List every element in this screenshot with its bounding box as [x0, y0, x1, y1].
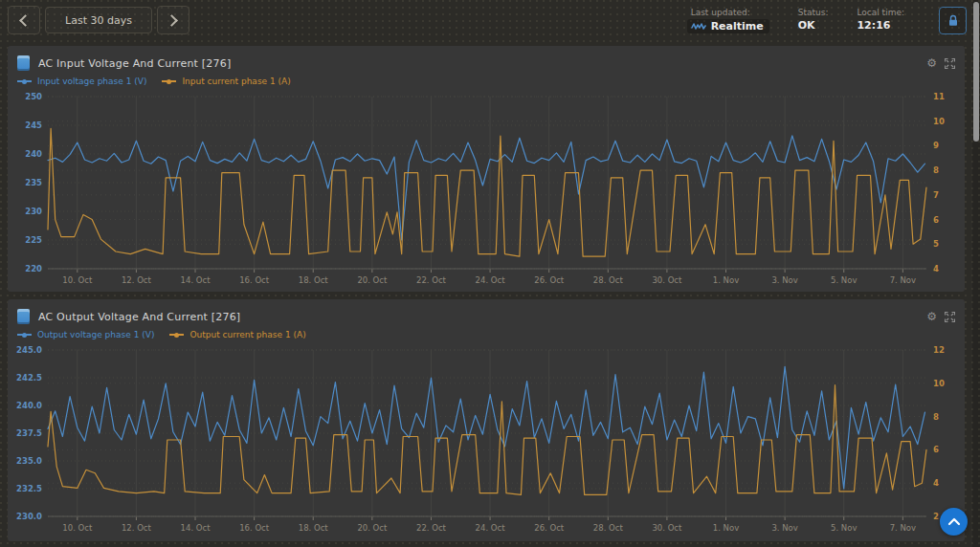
scrollbar-thumb[interactable] — [973, 2, 979, 142]
date-range-label: Last 30 days — [65, 14, 132, 27]
realtime-badge: Realtime — [687, 19, 769, 33]
chart-title: AC Output Voltage And Current [276] — [38, 311, 240, 323]
svg-text:16. Oct: 16. Oct — [239, 523, 270, 533]
svg-text:10: 10 — [933, 379, 945, 388]
svg-text:8: 8 — [933, 165, 939, 175]
fullscreen-expand-icon[interactable] — [945, 312, 955, 322]
svg-text:22. Oct: 22. Oct — [416, 275, 447, 285]
svg-text:1. Nov: 1. Nov — [713, 275, 739, 285]
svg-text:20. Oct: 20. Oct — [357, 523, 388, 533]
svg-text:28. Oct: 28. Oct — [593, 523, 624, 533]
svg-text:3. Nov: 3. Nov — [771, 523, 797, 533]
fullscreen-expand-icon[interactable] — [945, 58, 955, 69]
lock-button[interactable] — [939, 7, 967, 34]
svg-text:230.0: 230.0 — [16, 512, 42, 521]
local-time-value: 12:16 — [857, 19, 904, 32]
svg-text:14. Oct: 14. Oct — [181, 523, 212, 533]
last-updated-value: Realtime — [711, 20, 764, 33]
legend-marker — [17, 80, 32, 82]
svg-text:12. Oct: 12. Oct — [122, 275, 152, 285]
status-label: Status: — [798, 8, 829, 17]
legend-label: Output voltage phase 1 (V) — [37, 330, 154, 339]
legend-marker — [17, 334, 32, 336]
local-time-label: Local time: — [857, 8, 904, 17]
svg-text:1. Nov: 1. Nov — [713, 523, 739, 533]
scroll-to-top-button[interactable] — [940, 508, 968, 536]
svg-text:220: 220 — [25, 264, 42, 274]
svg-text:11: 11 — [933, 92, 945, 101]
svg-text:2: 2 — [933, 512, 939, 521]
legend-item-voltage[interactable]: Input voltage phase 1 (V) — [17, 77, 146, 86]
next-period-button[interactable] — [157, 6, 189, 34]
svg-text:230: 230 — [25, 207, 42, 216]
chart-settings-gear-icon[interactable]: ⚙ — [926, 57, 937, 69]
svg-text:26. Oct: 26. Oct — [534, 275, 565, 285]
legend-label: Input current phase 1 (A) — [182, 77, 290, 86]
local-time-block: Local time: 12:16 — [857, 8, 904, 32]
svg-text:6: 6 — [933, 445, 939, 454]
svg-text:8: 8 — [933, 412, 939, 422]
date-range-dropdown[interactable]: Last 30 days — [45, 7, 152, 33]
svg-text:235: 235 — [25, 178, 42, 187]
ac-output-chart[interactable]: 10. Oct12. Oct14. Oct16. Oct18. Oct20. O… — [15, 342, 957, 539]
svg-text:237.5: 237.5 — [16, 428, 42, 438]
svg-text:4: 4 — [933, 264, 939, 274]
device-icon — [17, 55, 30, 71]
scrollbar-track[interactable] — [972, 0, 980, 547]
svg-text:4: 4 — [933, 478, 939, 488]
svg-text:245.0: 245.0 — [16, 345, 42, 355]
svg-text:18. Oct: 18. Oct — [299, 275, 329, 285]
svg-text:16. Oct: 16. Oct — [239, 275, 270, 285]
svg-text:225: 225 — [25, 235, 42, 245]
chart-panel-ac-input: AC Input Voltage And Current [276] ⚙ Inp… — [8, 46, 965, 292]
svg-text:235.0: 235.0 — [16, 456, 42, 466]
svg-text:7. Nov: 7. Nov — [890, 275, 916, 285]
svg-text:10: 10 — [933, 117, 945, 126]
lock-icon — [947, 14, 959, 27]
svg-text:6: 6 — [933, 215, 939, 225]
top-bar: Last 30 days Last updated: Realtime Stat… — [0, 0, 980, 40]
legend-marker — [162, 80, 176, 82]
svg-text:250: 250 — [25, 92, 42, 101]
svg-text:30. Oct: 30. Oct — [652, 523, 682, 533]
svg-text:10. Oct: 10. Oct — [62, 275, 93, 285]
svg-text:26. Oct: 26. Oct — [534, 523, 565, 533]
svg-text:28. Oct: 28. Oct — [593, 275, 624, 285]
svg-text:18. Oct: 18. Oct — [299, 523, 329, 533]
last-updated-label: Last updated: — [691, 8, 769, 17]
svg-text:14. Oct: 14. Oct — [181, 275, 212, 285]
svg-text:22. Oct: 22. Oct — [416, 523, 447, 533]
svg-text:10. Oct: 10. Oct — [62, 523, 93, 533]
svg-text:5. Nov: 5. Nov — [831, 523, 857, 533]
status-info-group: Last updated: Realtime Status: OK Local … — [691, 8, 904, 33]
chevron-up-icon — [947, 517, 961, 526]
svg-text:20. Oct: 20. Oct — [357, 275, 388, 285]
legend-item-voltage[interactable]: Output voltage phase 1 (V) — [17, 330, 154, 339]
svg-text:24. Oct: 24. Oct — [476, 275, 506, 285]
svg-text:12: 12 — [933, 345, 945, 355]
legend-item-current[interactable]: Input current phase 1 (A) — [162, 77, 290, 86]
svg-text:12. Oct: 12. Oct — [122, 523, 152, 533]
legend: Input voltage phase 1 (V) Input current … — [15, 73, 957, 89]
svg-text:232.5: 232.5 — [16, 484, 42, 493]
svg-text:9: 9 — [933, 141, 939, 150]
svg-text:240: 240 — [25, 149, 42, 159]
waveform-icon — [691, 22, 706, 31]
svg-text:5. Nov: 5. Nov — [831, 275, 857, 285]
chart-panel-ac-output: AC Output Voltage And Current [276] ⚙ Ou… — [8, 299, 965, 541]
legend-marker — [169, 334, 184, 336]
previous-period-button[interactable] — [8, 6, 40, 34]
svg-text:245: 245 — [25, 120, 42, 130]
chart-settings-gear-icon[interactable]: ⚙ — [926, 311, 937, 322]
device-icon — [17, 309, 30, 324]
last-updated-block: Last updated: Realtime — [691, 8, 769, 33]
svg-text:24. Oct: 24. Oct — [476, 523, 506, 533]
legend-item-current[interactable]: Output current phase 1 (A) — [169, 330, 305, 339]
ac-input-chart[interactable]: 10. Oct12. Oct14. Oct16. Oct18. Oct20. O… — [15, 89, 957, 292]
svg-text:30. Oct: 30. Oct — [652, 275, 682, 285]
svg-text:5: 5 — [933, 239, 939, 249]
status-value: OK — [798, 19, 829, 32]
svg-text:7. Nov: 7. Nov — [890, 523, 916, 533]
svg-text:240.0: 240.0 — [16, 401, 42, 410]
chevron-right-icon — [166, 14, 178, 27]
